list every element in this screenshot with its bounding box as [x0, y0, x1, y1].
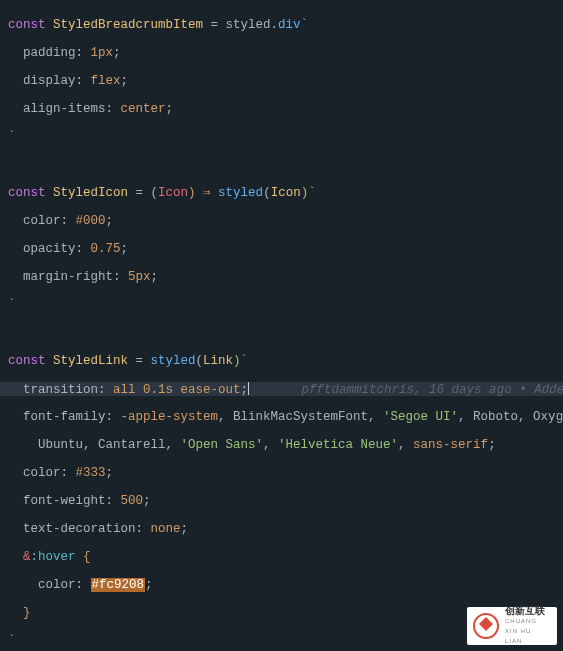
- code-line: `: [0, 130, 563, 144]
- cursor: [248, 382, 249, 395]
- code-line: text-decoration: none;: [0, 522, 563, 536]
- code-line: opacity: 0.75;: [0, 242, 563, 256]
- watermark-title: 创新互联: [505, 606, 551, 616]
- code-line: display: flex;: [0, 74, 563, 88]
- code-line: align-items: center;: [0, 102, 563, 116]
- selected-color: #fc9208: [91, 578, 146, 592]
- code-line: color: #fc9208;: [0, 578, 563, 592]
- code-line: [0, 158, 563, 172]
- git-blame-annotation: pfftdammitchris, 16 days ago • Added pos…: [302, 383, 563, 397]
- code-line: const StyledIcon = (Icon) ⇒ styled(Icon)…: [0, 186, 563, 200]
- code-line: &:hover {: [0, 550, 563, 564]
- code-line: [0, 326, 563, 340]
- code-line: Ubuntu, Cantarell, 'Open Sans', 'Helveti…: [0, 438, 563, 452]
- code-line: font-weight: 500;: [0, 494, 563, 508]
- code-line: padding: 1px;: [0, 46, 563, 60]
- code-line: font-family: -apple-system, BlinkMacSyst…: [0, 410, 563, 424]
- code-line: margin-right: 5px;: [0, 270, 563, 284]
- code-line: `: [0, 298, 563, 312]
- code-line-highlighted: transition: all 0.1s ease-out; pfftdammi…: [0, 382, 563, 396]
- code-line: const StyledLink = styled(Link)`: [0, 354, 563, 368]
- code-line: color: #000;: [0, 214, 563, 228]
- logo-icon: [473, 613, 499, 639]
- code-line: color: #333;: [0, 466, 563, 480]
- watermark-logo: 创新互联 CHUANG XIN HU LIAN: [467, 607, 557, 645]
- watermark-subtitle: CHUANG XIN HU LIAN: [505, 616, 551, 646]
- code-line: const StyledBreadcrumbItem = styled.div`: [0, 18, 563, 32]
- code-editor[interactable]: const StyledBreadcrumbItem = styled.div`…: [0, 0, 563, 651]
